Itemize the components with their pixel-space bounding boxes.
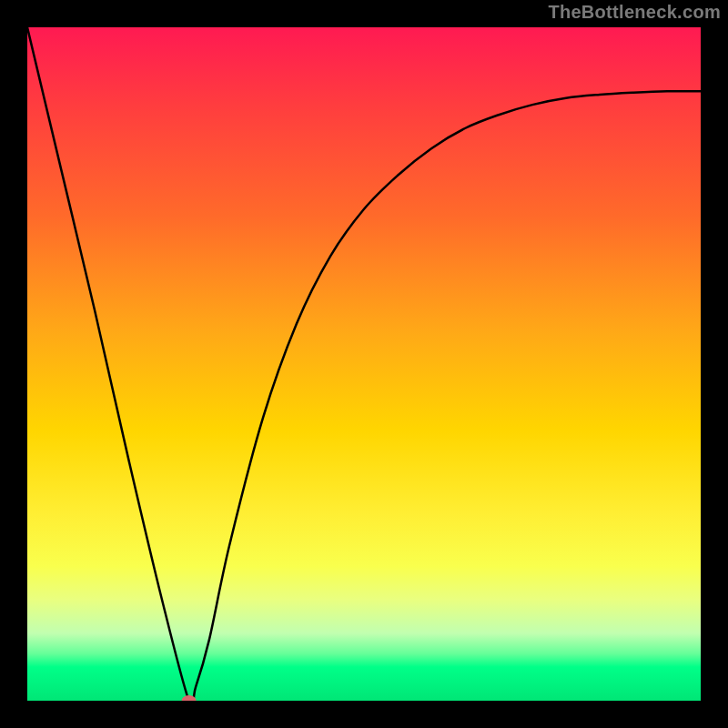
bottleneck-curve [27,27,701,701]
watermark-link[interactable]: TheBottleneck.com [548,2,721,23]
chart-svg [27,27,701,701]
watermark-text[interactable]: TheBottleneck.com [548,2,721,22]
chart-frame: TheBottleneck.com [0,0,728,728]
